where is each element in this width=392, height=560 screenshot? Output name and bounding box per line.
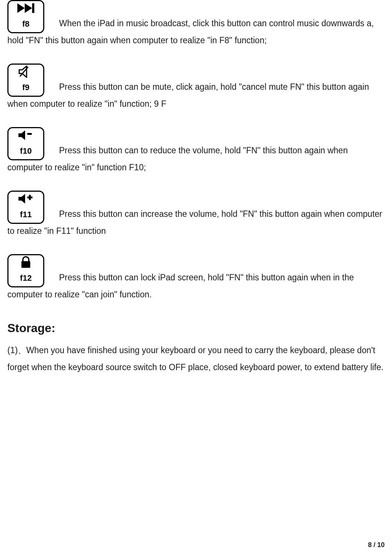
key-text: Press this button can lock iPad screen, …	[7, 273, 354, 299]
volume-up-icon	[18, 192, 34, 206]
key-f11-description: f11 Press this button can increase the v…	[7, 191, 385, 239]
svg-rect-6	[27, 133, 32, 135]
svg-marker-0	[17, 3, 25, 13]
key-f10-section: f10 Press this button can to reduce the …	[7, 127, 385, 176]
key-f12-description: f12 Press this button can lock iPad scre…	[7, 254, 385, 303]
volume-down-icon	[18, 128, 34, 142]
svg-rect-2	[32, 3, 34, 13]
page-number: 8 / 10	[368, 541, 385, 549]
key-f10-description: f10 Press this button can to reduce the …	[7, 127, 385, 176]
key-f11-section: f11 Press this button can increase the v…	[7, 191, 385, 239]
key-f12-icon: f12	[7, 254, 44, 287]
storage-item-1: (1)、When you have finished using your ke…	[7, 342, 385, 376]
key-f8-icon: f8	[7, 0, 44, 33]
storage-heading: Storage:	[7, 321, 385, 335]
svg-rect-10	[21, 261, 30, 268]
key-f9-description: f9 Press this button can be mute, click …	[7, 64, 385, 112]
key-label: f9	[22, 79, 30, 96]
key-label: f10	[20, 143, 32, 159]
svg-rect-9	[29, 195, 31, 200]
key-f11-icon: f11	[7, 191, 44, 224]
key-f8-description: f8 When the iPad in music broadcast, cli…	[7, 0, 385, 49]
mute-icon	[18, 65, 33, 79]
key-text: Press this button can be mute, click aga…	[7, 82, 369, 109]
key-f9-section: f9 Press this button can be mute, click …	[7, 64, 385, 112]
key-label: f11	[20, 206, 32, 223]
svg-marker-1	[25, 3, 32, 13]
key-label: f8	[22, 16, 30, 32]
key-f12-section: f12 Press this button can lock iPad scre…	[7, 254, 385, 303]
lock-icon	[20, 255, 32, 269]
key-text: When the iPad in music broadcast, click …	[7, 18, 374, 45]
key-f8-section: f8 When the iPad in music broadcast, cli…	[7, 0, 385, 49]
key-text: Press this button can to reduce the volu…	[7, 146, 348, 172]
key-f10-icon: f10	[7, 127, 44, 160]
key-f9-icon: f9	[7, 64, 44, 97]
svg-marker-7	[18, 194, 25, 204]
key-text: Press this button can increase the volum…	[7, 209, 382, 236]
key-label: f12	[20, 270, 32, 286]
next-track-icon	[17, 1, 35, 15]
svg-marker-5	[18, 130, 25, 140]
